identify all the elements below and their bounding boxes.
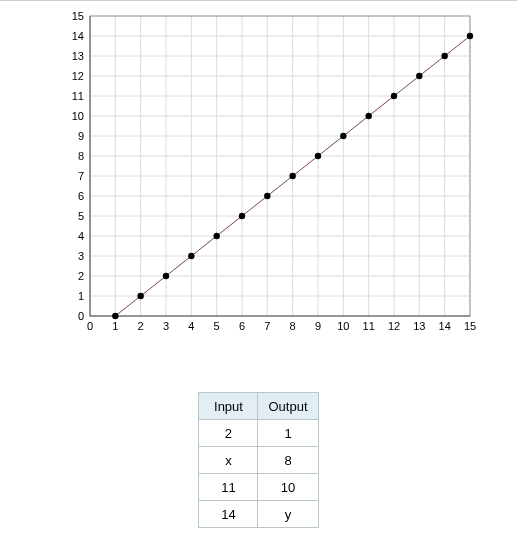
svg-text:5: 5 — [78, 210, 84, 222]
svg-text:11: 11 — [72, 90, 84, 102]
svg-text:15: 15 — [464, 320, 476, 332]
svg-text:10: 10 — [72, 110, 84, 122]
svg-point-73 — [239, 213, 245, 219]
svg-text:7: 7 — [264, 320, 270, 332]
svg-text:2: 2 — [78, 270, 84, 282]
svg-text:13: 13 — [72, 50, 84, 62]
table-header-output: Output — [258, 393, 318, 420]
svg-point-72 — [213, 233, 219, 239]
cell-input: 11 — [199, 474, 258, 501]
svg-point-82 — [467, 33, 473, 39]
svg-text:1: 1 — [112, 320, 118, 332]
svg-text:7: 7 — [78, 170, 84, 182]
svg-text:8: 8 — [290, 320, 296, 332]
svg-text:4: 4 — [188, 320, 194, 332]
cell-output: 1 — [258, 420, 318, 447]
svg-rect-0 — [90, 16, 470, 316]
svg-text:11: 11 — [363, 320, 375, 332]
svg-point-76 — [315, 153, 321, 159]
svg-text:12: 12 — [72, 70, 84, 82]
cell-output: 10 — [258, 474, 318, 501]
table-header-input: Input — [199, 393, 258, 420]
svg-point-78 — [365, 113, 371, 119]
svg-point-69 — [137, 293, 143, 299]
table-row: 11 10 — [199, 474, 318, 501]
svg-point-71 — [188, 253, 194, 259]
svg-point-68 — [112, 313, 118, 319]
svg-text:8: 8 — [78, 150, 84, 162]
svg-text:14: 14 — [439, 320, 451, 332]
svg-text:5: 5 — [214, 320, 220, 332]
svg-text:10: 10 — [337, 320, 349, 332]
svg-point-74 — [264, 193, 270, 199]
svg-text:0: 0 — [78, 310, 84, 322]
cell-output: 8 — [258, 447, 318, 474]
cell-input: 2 — [199, 420, 258, 447]
svg-text:14: 14 — [72, 30, 84, 42]
svg-text:6: 6 — [78, 190, 84, 202]
cell-input: x — [199, 447, 258, 474]
scatter-line-chart: 0123456789101112131415012345678910111213… — [60, 11, 480, 341]
svg-point-80 — [416, 73, 422, 79]
svg-text:13: 13 — [413, 320, 425, 332]
cell-input: 14 — [199, 501, 258, 528]
svg-point-79 — [391, 93, 397, 99]
table-row: 14 y — [199, 501, 318, 528]
svg-text:6: 6 — [239, 320, 245, 332]
svg-text:0: 0 — [87, 320, 93, 332]
svg-text:12: 12 — [388, 320, 400, 332]
svg-text:9: 9 — [315, 320, 321, 332]
input-output-table: Input Output 2 1 x 8 11 10 14 — [198, 392, 318, 528]
svg-text:3: 3 — [163, 320, 169, 332]
svg-point-77 — [340, 133, 346, 139]
svg-text:15: 15 — [72, 11, 84, 22]
svg-point-81 — [441, 53, 447, 59]
table-row: x 8 — [199, 447, 318, 474]
table-row: 2 1 — [199, 420, 318, 447]
svg-text:2: 2 — [138, 320, 144, 332]
svg-text:3: 3 — [78, 250, 84, 262]
svg-text:9: 9 — [78, 130, 84, 142]
cell-output: y — [258, 501, 318, 528]
svg-point-75 — [289, 173, 295, 179]
svg-text:1: 1 — [78, 290, 84, 302]
svg-point-70 — [163, 273, 169, 279]
svg-text:4: 4 — [78, 230, 84, 242]
